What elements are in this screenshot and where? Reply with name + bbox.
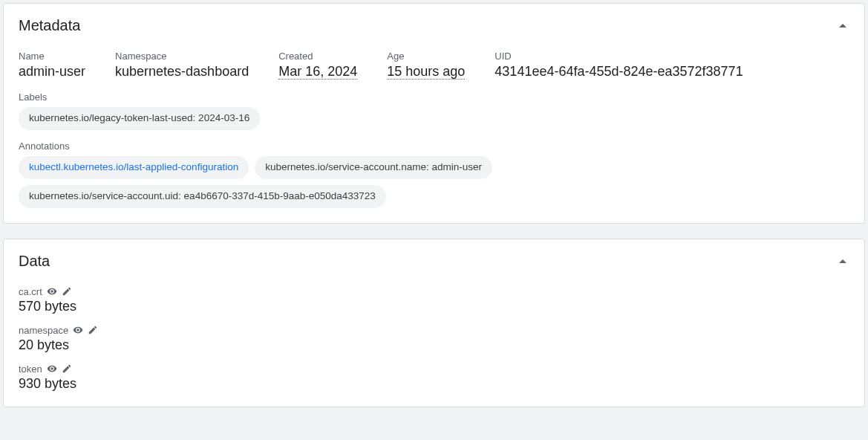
age-value-text: 15 hours ago	[387, 64, 465, 80]
metadata-title: Metadata	[19, 17, 80, 34]
eye-icon[interactable]	[47, 286, 57, 297]
created-value-text: Mar 16, 2024	[278, 64, 357, 80]
data-key: token	[19, 363, 42, 375]
edit-icon[interactable]	[62, 286, 72, 297]
collapse-up-icon[interactable]	[839, 259, 846, 263]
namespace-value: kubernetes-dashboard	[115, 64, 249, 80]
namespace-label: Namespace	[115, 51, 249, 62]
field-age: Age 15 hours ago	[387, 51, 465, 80]
age-label: Age	[387, 51, 465, 62]
name-value: admin-user	[19, 64, 85, 80]
data-key: ca.crt	[19, 286, 42, 297]
annotations-heading: Annotations	[19, 140, 849, 152]
labels-chips: kubernetes.io/legacy-token-last-used: 20…	[19, 107, 849, 130]
annotations-section: Annotations kubectl.kubernetes.io/last-a…	[19, 140, 849, 208]
collapse-up-icon[interactable]	[839, 24, 846, 28]
data-card: Data ca.crt 570 bytes namespace 20 bytes…	[3, 239, 865, 407]
eye-icon[interactable]	[47, 363, 57, 374]
annotation-chip: kubernetes.io/service-account.uid: ea4b6…	[19, 185, 386, 208]
metadata-card: Metadata Name admin-user Namespace kuber…	[3, 3, 865, 224]
data-item: ca.crt 570 bytes	[19, 286, 849, 314]
field-uid: UID 43141ee4-64fa-455d-824e-ea3572f38771	[495, 51, 743, 80]
labels-heading: Labels	[19, 91, 849, 103]
field-created: Created Mar 16, 2024	[278, 51, 357, 80]
data-item-head: ca.crt	[19, 286, 849, 297]
data-item-head: namespace	[19, 325, 849, 336]
edit-icon[interactable]	[62, 363, 72, 374]
uid-label: UID	[495, 51, 743, 62]
eye-icon[interactable]	[73, 325, 83, 335]
name-label: Name	[19, 51, 85, 62]
data-value: 20 bytes	[19, 337, 849, 353]
field-namespace: Namespace kubernetes-dashboard	[115, 51, 249, 80]
data-title: Data	[19, 253, 50, 270]
data-item-head: token	[19, 363, 849, 375]
field-name: Name admin-user	[19, 51, 85, 80]
data-items: ca.crt 570 bytes namespace 20 bytes toke…	[19, 286, 849, 392]
annotations-chips: kubectl.kubernetes.io/last-applied-confi…	[19, 156, 849, 208]
uid-value: 43141ee4-64fa-455d-824e-ea3572f38771	[495, 64, 743, 80]
created-value[interactable]: Mar 16, 2024	[278, 64, 357, 80]
annotation-chip[interactable]: kubectl.kubernetes.io/last-applied-confi…	[19, 156, 249, 179]
data-item: namespace 20 bytes	[19, 325, 849, 353]
metadata-fields: Name admin-user Namespace kubernetes-das…	[19, 51, 849, 80]
data-key: namespace	[19, 325, 68, 336]
created-label: Created	[278, 51, 357, 62]
label-chip: kubernetes.io/legacy-token-last-used: 20…	[19, 107, 260, 130]
data-value: 930 bytes	[19, 376, 849, 392]
labels-section: Labels kubernetes.io/legacy-token-last-u…	[19, 91, 849, 130]
data-card-header: Data	[19, 253, 849, 270]
data-value: 570 bytes	[19, 299, 849, 314]
metadata-card-header: Metadata	[19, 17, 849, 34]
annotation-chip: kubernetes.io/service-account.name: admi…	[255, 156, 492, 179]
data-item: token 930 bytes	[19, 363, 849, 392]
edit-icon[interactable]	[88, 325, 98, 335]
age-value[interactable]: 15 hours ago	[387, 64, 465, 80]
